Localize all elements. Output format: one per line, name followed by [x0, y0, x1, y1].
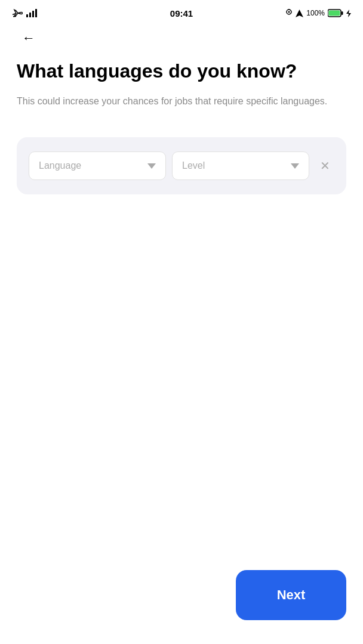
language-dropdown-arrow-icon [147, 163, 156, 169]
level-placeholder: Level [182, 160, 205, 171]
navigation-icon [296, 10, 303, 17]
svg-rect-0 [26, 14, 28, 17]
svg-point-5 [288, 11, 290, 13]
airplane-icon [12, 8, 23, 18]
level-dropdown[interactable]: Level [172, 151, 309, 180]
status-bar: 09:41 100% [0, 0, 363, 26]
close-icon: ✕ [320, 159, 330, 173]
remove-language-button[interactable]: ✕ [315, 156, 334, 175]
status-right: 100% [285, 9, 351, 17]
page-subtitle: This could increase your chances for job… [17, 94, 346, 109]
svg-marker-11 [346, 10, 351, 17]
svg-rect-9 [329, 11, 340, 16]
svg-rect-10 [342, 11, 343, 15]
charging-icon [346, 10, 351, 17]
language-section: Language Level ✕ [17, 137, 346, 194]
next-button[interactable]: Next [236, 570, 346, 620]
status-left [12, 8, 37, 18]
level-dropdown-arrow-icon [291, 163, 299, 169]
status-time: 09:41 [170, 8, 193, 18]
page-title: What languages do you know? [17, 60, 346, 82]
svg-rect-3 [35, 9, 37, 17]
gps-icon [285, 9, 293, 17]
back-button[interactable]: ← [17, 26, 41, 50]
svg-rect-1 [29, 13, 31, 17]
main-content: ← What languages do you know? This could… [0, 26, 363, 194]
language-dropdown[interactable]: Language [29, 151, 166, 180]
signal-icon [26, 9, 37, 17]
svg-rect-2 [32, 11, 34, 17]
battery-icon [328, 9, 343, 17]
svg-marker-7 [296, 10, 303, 17]
language-placeholder: Language [39, 160, 81, 171]
back-arrow-icon: ← [22, 30, 35, 46]
battery-percent: 100% [306, 9, 325, 17]
